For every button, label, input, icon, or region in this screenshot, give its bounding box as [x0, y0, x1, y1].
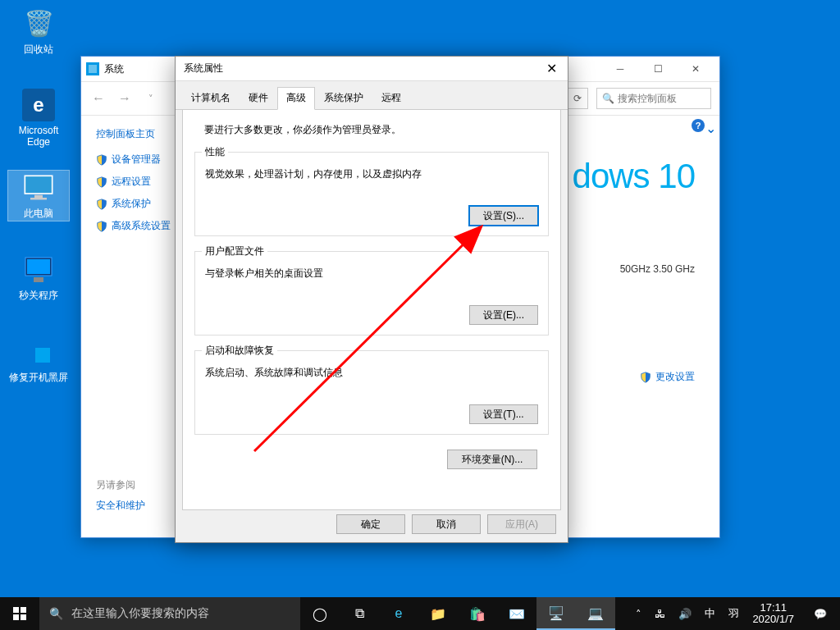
cp-search[interactable]: 🔍 搜索控制面板	[596, 88, 711, 109]
performance-group: 性能 视觉效果，处理器计划，内存使用，以及虚拟内存 设置(S)...	[194, 152, 549, 236]
system-icon	[86, 62, 99, 75]
cortana-button[interactable]: ◯	[300, 597, 340, 630]
tray-ime-mode[interactable]: 羽	[722, 597, 746, 630]
shield-icon	[96, 176, 107, 188]
seealso-heading: 另请参阅	[96, 478, 145, 492]
svg-rect-7	[35, 348, 50, 363]
user-profile-desc: 与登录帐户相关的桌面设置	[205, 267, 538, 281]
close-button[interactable]: ✕	[677, 57, 714, 81]
recycle-bin-icon: 🗑️	[22, 7, 55, 39]
admin-note: 要进行大多数更改，你必须作为管理员登录。	[204, 123, 549, 137]
performance-desc: 视觉效果，处理器计划，内存使用，以及虚拟内存	[205, 167, 538, 181]
cp-home-link[interactable]: 控制面板主页	[96, 127, 171, 141]
desktop-recycle-bin[interactable]: 🗑️ 回收站	[8, 7, 69, 57]
search-icon: 🔍	[49, 607, 63, 620]
system-properties-dialog: 系统属性 ✕ 计算机名 硬件 高级 系统保护 远程 要进行大多数更改，你必须作为…	[175, 56, 568, 543]
svg-rect-1	[34, 195, 43, 198]
tray-volume-icon[interactable]: 🔊	[672, 597, 698, 630]
sidebar-advanced-settings[interactable]: 高级系统设置	[96, 219, 171, 233]
minimize-button[interactable]: ─	[601, 57, 639, 81]
cancel-button[interactable]: 取消	[412, 514, 481, 534]
help-icon[interactable]: ?	[692, 119, 705, 132]
chevron-down-icon[interactable]: ⌄	[705, 121, 716, 136]
shield-icon	[96, 154, 107, 166]
tray-chevron-up-icon[interactable]: ˄	[629, 597, 648, 630]
taskbar-control-panel[interactable]: 🖥️	[536, 597, 576, 630]
svg-rect-2	[30, 198, 47, 199]
tab-hardware[interactable]: 硬件	[240, 87, 277, 110]
change-settings-link[interactable]: 更改设置	[640, 370, 695, 384]
shield-icon	[96, 199, 107, 210]
refresh-button[interactable]: ⟳	[567, 88, 588, 109]
desktop-repair-tool[interactable]: 修复开机黑屏	[8, 335, 69, 385]
taskbar-store[interactable]: 🛍️	[458, 597, 497, 630]
startup-recovery-group: 启动和故障恢复 系统启动、系统故障和调试信息 设置(T)...	[194, 350, 549, 435]
taskbar-edge[interactable]: e	[379, 597, 418, 630]
svg-rect-11	[13, 614, 19, 620]
dialog-tabs: 计算机名 硬件 高级 系统保护 远程	[176, 81, 568, 110]
dialog-close-button[interactable]: ✕	[535, 57, 568, 81]
window-title: 系统	[104, 62, 124, 76]
taskbar-mail[interactable]: ✉️	[497, 597, 536, 630]
shutdown-tool-icon	[22, 253, 55, 285]
svg-rect-4	[27, 259, 50, 274]
shield-icon	[640, 372, 651, 383]
taskbar-system-properties[interactable]: 💻	[576, 597, 615, 630]
nav-recent[interactable]: ˅	[142, 89, 160, 107]
sidebar-system-protection[interactable]: 系统保护	[96, 197, 171, 211]
cpu-info: 50GHz 3.50 GHz	[620, 263, 695, 275]
taskbar: 🔍 在这里输入你要搜索的内容 ◯ ⧉ e 📁 🛍️ ✉️ 🖥️ 💻 ˄ 🖧 🔊 …	[0, 597, 840, 630]
performance-title: 性能	[202, 145, 228, 159]
cp-sidebar: 控制面板主页 设备管理器 远程设置 系统保护 高级系统设置 另请参阅 安全和维护	[81, 116, 171, 537]
pc-icon	[22, 171, 55, 203]
tray-network-icon[interactable]: 🖧	[648, 597, 672, 630]
tray-notifications-icon[interactable]: 💬	[801, 597, 840, 630]
windows10-logo: dows 10	[573, 157, 695, 196]
user-profile-title: 用户配置文件	[202, 244, 267, 258]
nav-forward[interactable]: →	[116, 89, 134, 107]
maximize-button[interactable]: ☐	[639, 57, 677, 81]
apply-button[interactable]: 应用(A)	[487, 514, 556, 534]
nav-back[interactable]: ←	[89, 89, 107, 107]
search-icon: 🔍	[602, 93, 614, 104]
user-profile-settings-button[interactable]: 设置(E)...	[469, 305, 538, 325]
dialog-titlebar[interactable]: 系统属性 ✕	[176, 57, 568, 81]
tab-remote[interactable]: 远程	[372, 87, 410, 110]
sidebar-remote-settings[interactable]: 远程设置	[96, 175, 171, 189]
desktop-shutdown-tool[interactable]: 秒关程序	[8, 253, 69, 303]
svg-rect-9	[13, 607, 19, 613]
desktop-this-pc[interactable]: 此电脑	[8, 171, 69, 221]
tab-advanced[interactable]: 高级	[277, 87, 315, 110]
repair-icon	[22, 335, 55, 368]
seealso-security-link[interactable]: 安全和维护	[96, 499, 145, 513]
user-profile-group: 用户配置文件 与登录帐户相关的桌面设置 设置(E)...	[194, 251, 549, 336]
tray-ime-lang[interactable]: 中	[698, 597, 722, 630]
taskbar-search[interactable]: 🔍 在这里输入你要搜索的内容	[39, 597, 300, 630]
edge-icon: e	[22, 89, 55, 121]
tab-computer-name[interactable]: 计算机名	[182, 87, 240, 110]
svg-rect-5	[34, 277, 43, 282]
task-view-button[interactable]: ⧉	[340, 597, 379, 630]
desktop-edge[interactable]: e Microsoft Edge	[8, 89, 69, 148]
performance-settings-button[interactable]: 设置(S)...	[469, 206, 538, 226]
dialog-title: 系统属性	[184, 62, 223, 75]
ok-button[interactable]: 确定	[336, 514, 405, 534]
taskbar-explorer[interactable]: 📁	[418, 597, 458, 630]
sidebar-device-manager[interactable]: 设备管理器	[96, 153, 171, 167]
environment-variables-button[interactable]: 环境变量(N)...	[447, 450, 537, 469]
start-button[interactable]	[0, 597, 39, 630]
tray-clock[interactable]: 17:11 2020/1/7	[746, 597, 801, 630]
shield-icon	[96, 221, 107, 232]
startup-recovery-settings-button[interactable]: 设置(T)...	[469, 404, 538, 424]
svg-rect-12	[21, 614, 26, 620]
startup-recovery-title: 启动和故障恢复	[202, 344, 277, 358]
tab-system-protection[interactable]: 系统保护	[315, 87, 372, 110]
startup-recovery-desc: 系统启动、系统故障和调试信息	[205, 366, 538, 380]
svg-rect-0	[25, 176, 52, 194]
dialog-content: 要进行大多数更改，你必须作为管理员登录。 性能 视觉效果，处理器计划，内存使用，…	[182, 110, 561, 510]
svg-rect-10	[21, 607, 26, 613]
